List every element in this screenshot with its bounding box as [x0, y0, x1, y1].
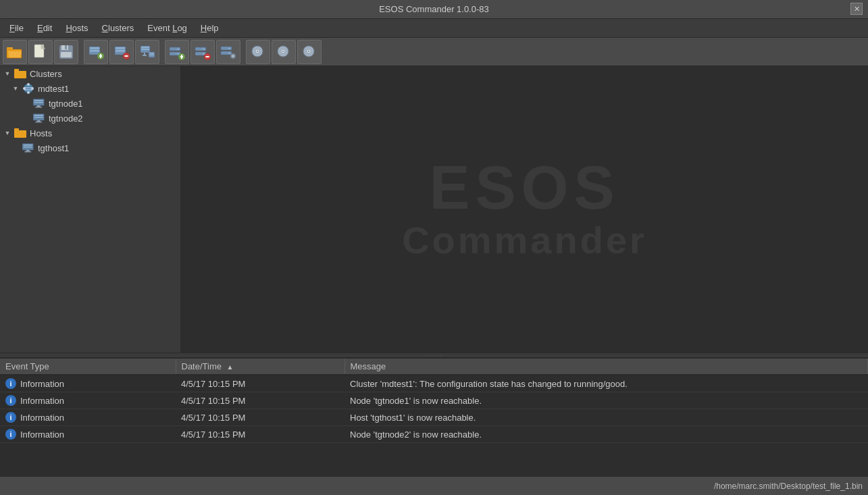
bottom-drag-handle[interactable] [0, 353, 868, 358]
svg-point-61 [31, 87, 34, 90]
svg-rect-76 [24, 147, 32, 148]
tree-panel: ▼ Clusters ▼ [0, 66, 181, 353]
svg-rect-73 [14, 128, 19, 131]
svg-rect-75 [24, 145, 32, 146]
event-table-body: iInformation4/5/17 10:15 PMCluster 'mdte… [0, 375, 868, 443]
mdtest1-toggle[interactable]: ▼ [11, 84, 20, 93]
menu-help[interactable]: Help [194, 21, 226, 35]
toolbar-host-remove-button[interactable] [109, 40, 134, 64]
tree-hosts-root[interactable]: ▼ Hosts [0, 126, 180, 140]
svg-rect-71 [35, 122, 42, 123]
svg-point-46 [257, 51, 258, 52]
svg-rect-54 [14, 69, 19, 72]
svg-rect-21 [141, 49, 149, 50]
info-icon: i [5, 412, 16, 423]
main-content-panel: ESOS Commander [181, 66, 868, 353]
table-row[interactable]: iInformation4/5/17 10:15 PMNode 'tgtnode… [0, 392, 868, 409]
cluster-add-icon [169, 44, 185, 60]
tree-host-tgthost1[interactable]: ▶ tgthost1 [0, 140, 180, 155]
svg-point-49 [282, 51, 284, 52]
col-message-label: Message [351, 361, 386, 371]
toolbar-cluster-config-button[interactable] [216, 40, 240, 64]
event-type-label: Information [20, 379, 64, 389]
tree-node-tgtnode1[interactable]: ▶ tgtnode1 [0, 96, 180, 111]
close-button[interactable]: ✕ [850, 3, 863, 15]
info-icon: i [5, 429, 16, 440]
toolbar-search3-button[interactable] [297, 40, 322, 64]
info-icon: i [5, 378, 16, 389]
event-type-cell: iInformation [0, 375, 176, 392]
svg-rect-34 [203, 49, 205, 50]
menu-event-log[interactable]: Event Log [141, 21, 194, 35]
table-row[interactable]: iInformation4/5/17 10:15 PMCluster 'mdte… [0, 375, 868, 392]
event-message-cell: Node 'tgtnode2' is now reachable. [344, 426, 868, 443]
menu-file[interactable]: File [3, 21, 30, 35]
tgthost1-host-icon [22, 142, 34, 154]
tgtnode2-node-icon [33, 112, 45, 124]
host-connect-icon [139, 44, 155, 60]
event-type-cell: iInformation [0, 426, 176, 443]
table-row[interactable]: iInformation4/5/17 10:15 PMHost 'tgthost… [0, 409, 868, 426]
clusters-label: Clusters [30, 69, 62, 79]
menu-clusters[interactable]: Clusters [95, 21, 141, 35]
status-path: /home/marc.smith/Desktop/test_file_1.bin [714, 481, 863, 491]
svg-rect-66 [35, 107, 42, 108]
app-title: ESOS Commander 1.0.0-83 [379, 4, 489, 14]
svg-point-43 [232, 55, 234, 57]
svg-rect-18 [125, 55, 128, 57]
toolbar-host-add-button[interactable] [84, 40, 108, 64]
toolbar-search1-button[interactable] [246, 40, 270, 64]
col-header-datetime[interactable]: Date/Time ▲ [176, 359, 344, 375]
main-area: ▼ Clusters ▼ [0, 66, 868, 476]
svg-rect-27 [177, 49, 179, 50]
event-type-cell: iInformation [0, 392, 176, 409]
svg-rect-57 [24, 89, 32, 90]
col-header-event-type[interactable]: Event Type [0, 359, 176, 375]
tree-cluster-mdtest1[interactable]: ▼ mdtest1 [0, 81, 180, 96]
toolbar [0, 38, 868, 66]
toolbar-open-button[interactable] [3, 40, 27, 64]
tree-node-tgtnode2[interactable]: ▶ tgtnode2 [0, 111, 180, 126]
hosts-toggle[interactable]: ▼ [3, 128, 12, 138]
event-message-cell: Cluster 'mdtest1': The configuration sta… [344, 375, 868, 392]
watermark: ESOS Commander [402, 157, 647, 262]
clusters-toggle[interactable]: ▼ [3, 69, 12, 78]
toolbar-cluster-remove-button[interactable] [190, 40, 215, 64]
hosts-folder-icon [14, 127, 26, 139]
svg-rect-20 [141, 47, 149, 48]
svg-rect-6 [65, 45, 67, 49]
toolbar-search2-button[interactable] [272, 40, 296, 64]
menu-edit[interactable]: Edit [30, 21, 59, 35]
event-datetime-cell: 4/5/17 10:15 PM [176, 375, 344, 392]
toolbar-save-button[interactable] [54, 40, 78, 64]
open-folder-icon [6, 44, 24, 60]
event-log-panel: Event Type Date/Time ▲ Message iInformat… [0, 358, 868, 476]
event-datetime-cell: 4/5/17 10:15 PM [176, 392, 344, 409]
svg-rect-31 [181, 55, 182, 59]
table-row[interactable]: iInformation4/5/17 10:15 PMNode 'tgtnode… [0, 426, 868, 443]
event-message-cell: Host 'tgthost1' is now reachable. [344, 409, 868, 426]
col-event-type-label: Event Type [5, 361, 49, 371]
toolbar-cluster-add-button[interactable] [165, 40, 189, 64]
toolbar-new-button[interactable] [28, 40, 53, 64]
svg-rect-40 [228, 48, 230, 49]
svg-rect-1 [7, 47, 13, 51]
svg-rect-10 [90, 50, 99, 52]
host-remove-icon [113, 44, 130, 60]
search3-icon [301, 44, 317, 60]
svg-rect-9 [90, 47, 99, 49]
svg-point-60 [23, 87, 26, 90]
event-type-label: Information [20, 396, 64, 406]
svg-rect-15 [116, 47, 125, 49]
menu-hosts[interactable]: Hosts [59, 21, 95, 35]
tgtnode1-label: tgtnode1 [49, 99, 83, 109]
event-table: Event Type Date/Time ▲ Message iInformat… [0, 359, 868, 476]
mdtest1-label: mdtest1 [38, 84, 69, 94]
tree-clusters-root[interactable]: ▼ Clusters [0, 66, 180, 81]
toolbar-host-connect-button[interactable] [135, 40, 159, 64]
tgtnode1-node-icon [33, 97, 45, 109]
svg-rect-63 [34, 100, 43, 101]
col-header-message[interactable]: Message [344, 359, 868, 375]
info-icon: i [5, 395, 16, 406]
svg-rect-35 [203, 53, 205, 55]
